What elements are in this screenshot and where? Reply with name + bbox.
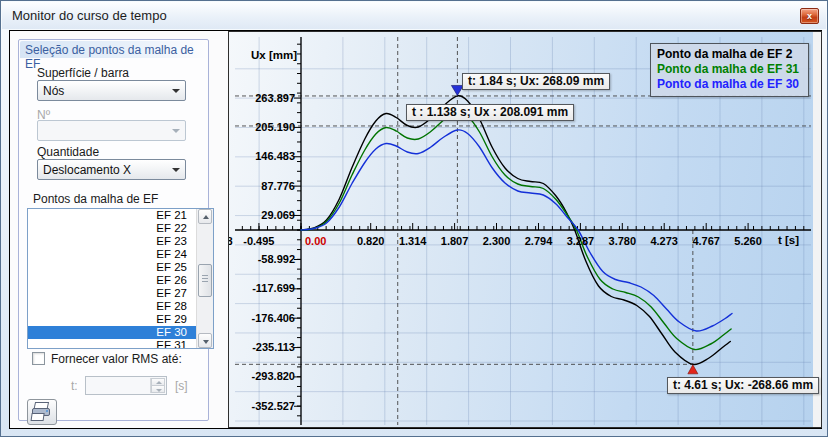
dialog-client-area: Seleção de pontos da malha de EF Superfí… [9, 30, 822, 429]
surface-bar-label: Superfície / barra [37, 66, 129, 80]
arrow-up-icon [156, 381, 162, 384]
surface-bar-select[interactable]: Nós [37, 80, 186, 101]
list-item[interactable]: EF 23 [28, 235, 213, 248]
quantity-select[interactable]: Deslocamento X [37, 159, 186, 180]
points-list-label: Pontos da malha de EF [33, 192, 158, 206]
y-tick-label: 146.483 [231, 150, 295, 162]
window-title: Monitor do curso de tempo [12, 8, 167, 23]
min-marker-icon [688, 365, 698, 374]
close-icon: x [807, 11, 812, 21]
y-tick-label: -58.992 [231, 253, 295, 265]
number-select [37, 120, 186, 141]
group-box-title: Seleção de pontos da malha de EF [20, 41, 207, 58]
list-scrollbar[interactable] [196, 209, 213, 348]
scroll-down-button[interactable] [198, 333, 212, 348]
legend-entry: Ponto da malha de EF 31 [657, 62, 802, 77]
list-item[interactable]: EF 30 [28, 326, 213, 339]
legend-entry: Ponto da malha de EF 30 [657, 77, 802, 92]
dialog-window: Monitor do curso de tempo x Seleção de p… [0, 0, 828, 437]
x-tick-label: 5.260 [726, 235, 770, 247]
rms-checkbox[interactable] [32, 352, 45, 365]
legend-entry: Ponto da malha de EF 2 [657, 47, 802, 62]
x-tick-label: -0.495 [237, 235, 281, 247]
y-tick-label: 87.776 [231, 180, 295, 192]
chevron-down-icon [172, 89, 180, 93]
x-tick-label: 1.807 [433, 235, 477, 247]
spin-down-button [151, 385, 165, 393]
list-item[interactable]: EF 24 [28, 248, 213, 261]
x-tick-label: 1.314 [391, 235, 435, 247]
spinner-buttons [150, 378, 165, 393]
quantity-label: Quantidade [37, 145, 99, 159]
list-item[interactable]: EF 22 [28, 222, 213, 235]
y-tick-label: -293.820 [231, 370, 295, 382]
arrow-down-icon [203, 340, 209, 344]
chevron-down-icon [172, 168, 180, 172]
t-label: t: [71, 379, 78, 393]
x-tick-label: 0.820 [349, 235, 393, 247]
chart-tooltip-min: t: 4.61 s; Ux: -268.66 mm [667, 377, 819, 394]
y-axis-title: Ux [mm] [237, 49, 297, 61]
rms-checkbox-label: Fornecer valor RMS até: [51, 352, 182, 366]
x-tick-label: 4.273 [642, 235, 686, 247]
y-tick-label: -235.113 [231, 341, 295, 353]
y-tick-label: 205.190 [231, 121, 295, 133]
chevron-down-icon [172, 129, 180, 133]
list-item[interactable]: EF 28 [28, 300, 213, 313]
surface-bar-value: Nós [43, 84, 64, 98]
thumb-grip-icon [202, 278, 208, 279]
x-tick-label: 3.287 [558, 235, 602, 247]
arrow-down-icon [156, 389, 162, 392]
seconds-unit-label: [s] [175, 379, 188, 393]
rms-time-spinner [85, 376, 167, 395]
x-tick-label: 4.767 [684, 235, 728, 247]
list-item[interactable]: EF 29 [28, 313, 213, 326]
x-tick-label-zero: 0.00 [305, 235, 326, 247]
list-item[interactable]: EF 25 [28, 261, 213, 274]
fe-points-list[interactable]: EF 21EF 22EF 23EF 24EF 25EF 26EF 27EF 28… [27, 208, 214, 349]
close-button[interactable]: x [800, 8, 819, 24]
x-tick-label: 2.794 [517, 235, 561, 247]
y-tick-label: 29.069 [231, 209, 295, 221]
title-bar[interactable]: Monitor do curso de tempo x [2, 2, 826, 29]
quantity-value: Deslocamento X [43, 163, 131, 177]
y-tick-label: -352.527 [231, 400, 295, 412]
y-tick-label: 263.897 [231, 92, 295, 104]
y-tick-label: -117.699 [231, 282, 295, 294]
x-tick-label: 3.780 [600, 235, 644, 247]
selection-group-box: Seleção de pontos da malha de EF Superfí… [18, 39, 209, 421]
arrow-up-icon [203, 215, 209, 219]
scrollbar-thumb[interactable] [198, 264, 212, 297]
y-tick-label: -176.406 [231, 312, 295, 324]
print-button[interactable] [27, 399, 57, 425]
chart-legend: Ponto da malha de EF 2Ponto da malha de … [650, 43, 809, 97]
scroll-up-button[interactable] [198, 209, 212, 224]
time-course-chart[interactable]: Ux [mm] t [s] 263.897205.190146.48387.77… [228, 31, 822, 428]
chart-tooltip-max: t: 1.84 s; Ux: 268.09 mm [462, 73, 610, 90]
chart-tooltip-cursor: t : 1.138 s; Ux : 208.091 mm [406, 104, 574, 121]
list-item[interactable]: EF 26 [28, 274, 213, 287]
list-item[interactable]: EF 21 [28, 209, 213, 222]
chart-right-margin [813, 32, 821, 427]
printer-icon [28, 400, 56, 424]
list-item[interactable]: EF 31 [28, 339, 213, 349]
list-item[interactable]: EF 27 [28, 287, 213, 300]
x-tick-label: 2.300 [475, 235, 519, 247]
